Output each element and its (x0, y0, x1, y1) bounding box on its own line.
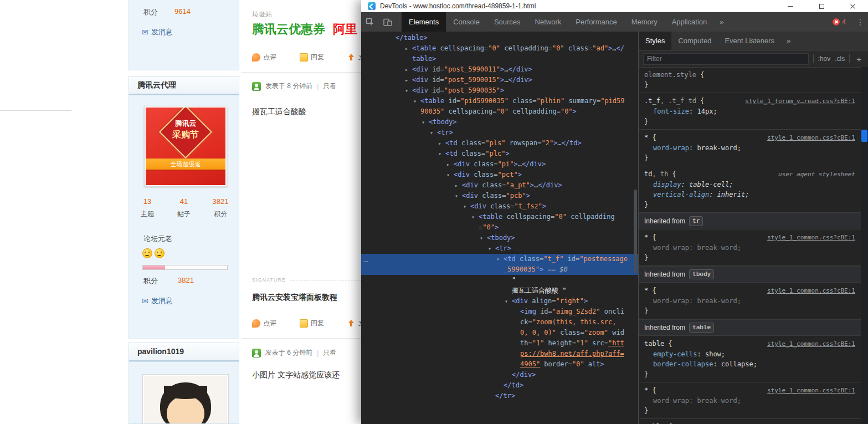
dom-tree-row[interactable]: ▸<div class="pi">…</div> (361, 159, 638, 170)
inherited-node-chip[interactable]: table (689, 323, 714, 333)
dom-tree-row[interactable]: </td> (361, 380, 638, 391)
css-property[interactable]: word-wrap: break-word; (639, 396, 861, 406)
device-toolbar-button[interactable] (379, 12, 397, 32)
promo-image[interactable]: 腾讯云 采购节 全场超级返 (144, 106, 227, 187)
dom-tree-row[interactable]: " (361, 275, 638, 285)
expand-arrow-open-icon[interactable]: ▾ (496, 254, 500, 264)
dom-tree-row[interactable]: ▸<div id="post_5990011">…</div> (361, 64, 638, 75)
elements-scrollbar-thumb[interactable] (634, 190, 637, 273)
tab-performance[interactable]: Performance (568, 12, 624, 32)
css-selector-line[interactable]: * {style_1_common.css?cBE:1 (639, 232, 861, 243)
expand-arrow-open-icon[interactable]: ▾ (471, 212, 475, 222)
minimize-button[interactable] (775, 0, 806, 12)
css-property[interactable]: word-wrap: break-word; (639, 243, 861, 253)
stylesheet-link[interactable]: style_1_common.css?cBE:1 (761, 233, 855, 243)
pseudo-state-toggle[interactable]: :hov (818, 55, 831, 63)
expand-arrow-open-icon[interactable]: ▾ (405, 85, 408, 96)
more-sidebar-tabs-button[interactable]: » (782, 32, 795, 50)
css-property[interactable]: vertical-align: inherit; (639, 190, 861, 200)
css-selector-line[interactable]: * {style_1_common.css?cBE:1 (639, 285, 861, 296)
dom-tree-row[interactable]: ▾<div align="right"> (361, 296, 638, 306)
inspect-element-button[interactable] (361, 12, 379, 32)
thread-category[interactable]: 垃圾站 (252, 10, 272, 19)
devtools-titlebar[interactable]: DevTools - www.hostloc.com/thread-489859… (361, 0, 868, 13)
expand-arrow-closed-icon[interactable]: ▸ (405, 43, 408, 54)
expand-arrow-closed-icon[interactable]: ▸ (446, 159, 450, 170)
expand-arrow-open-icon[interactable]: ▾ (413, 96, 417, 106)
dom-tree-row[interactable]: </table> (361, 33, 638, 43)
css-property[interactable]: font-size: 14px; (639, 106, 861, 116)
styles-scrollbar[interactable] (861, 67, 868, 424)
member-name-header[interactable]: 腾讯云代理 (129, 76, 239, 95)
tab-network[interactable]: Network (528, 12, 569, 32)
dom-tree-row[interactable]: ▾<tr> (361, 127, 638, 138)
css-selector-line[interactable]: .t_f, .t_f td {style_1_forum_v…read.css?… (639, 96, 861, 106)
dom-tree-row[interactable]: ▾<table cellspacing="0" cellpadding="0"> (361, 212, 638, 233)
css-selector-line[interactable]: table {style_1_common.css?cBE:1 (639, 339, 861, 349)
maximize-button[interactable] (806, 0, 837, 12)
dom-tree-row[interactable]: ▾<div class="pcb"> (361, 191, 638, 201)
sidebar-tab-computed[interactable]: Computed (671, 32, 718, 50)
stat-item[interactable]: 3821积分 (202, 197, 239, 219)
view-author-link[interactable]: 只看 (323, 81, 336, 91)
expand-arrow-open-icon[interactable]: ▾ (455, 191, 458, 201)
tab-memory[interactable]: Memory (624, 12, 665, 32)
element-classes-toggle[interactable]: .cls (835, 55, 845, 63)
view-author-link[interactable]: 只看 (323, 348, 336, 357)
expand-arrow-closed-icon[interactable]: ▸ (455, 180, 458, 191)
expand-arrow-open-icon[interactable]: ▾ (480, 233, 483, 243)
tab-application[interactable]: Application (665, 12, 715, 32)
css-selector-line[interactable]: td, th {user agent stylesheet (639, 169, 861, 180)
dom-tree-row[interactable]: 搬瓦工适合酸酸 " (361, 285, 638, 296)
dom-tree-row[interactable]: ▾<tr> (361, 243, 638, 254)
dom-tree-row[interactable]: ▸<td class="pls" rowspan="2">…</td> (361, 138, 638, 149)
expand-arrow-open-icon[interactable]: ▾ (488, 243, 491, 254)
css-selector-line[interactable]: * {style_1_common.css?cBE:1 (639, 385, 861, 396)
css-property[interactable]: word-wrap: break-word; (639, 296, 861, 306)
error-badge[interactable]: 4 (833, 12, 846, 32)
sidebar-tab-styles[interactable]: Styles (639, 32, 671, 50)
stylesheet-link[interactable]: style_1_common.css?cBE:1 (761, 386, 855, 396)
dom-tree-row[interactable]: ▸<div class="a_pt">…</div> (361, 180, 638, 191)
new-style-rule-button[interactable]: + (854, 54, 864, 64)
expand-arrow-closed-icon[interactable]: ▸ (438, 138, 441, 149)
stylesheet-link[interactable]: style_1_forum_v…read.css?cBE:1 (738, 96, 855, 106)
css-property[interactable]: empty-cells: show; (639, 349, 861, 359)
dom-tree-row[interactable]: ▾<table id="pid5990035" class="plhin" su… (361, 96, 638, 117)
post-action-comment[interactable]: 点评 (252, 53, 276, 62)
expand-arrow-open-icon[interactable]: ▾ (430, 127, 433, 138)
inherited-node-chip[interactable]: tr (689, 216, 703, 226)
send-message-link[interactable]: ✉ 发消息 (142, 296, 173, 306)
css-property[interactable]: border-collapse: collapse; (639, 359, 861, 369)
avatar[interactable] (142, 374, 229, 424)
dom-tree-row[interactable]: ▾<div class="t_fsz"> (361, 201, 638, 212)
member-name-header[interactable]: pavilion1019 (129, 343, 239, 361)
css-property[interactable]: word-wrap: break-word; (639, 143, 861, 153)
dom-tree-row[interactable]: ▸<div id="post_5990015">…</div> (361, 75, 638, 85)
tab-console[interactable]: Console (446, 12, 487, 32)
dom-tree-row[interactable]: ▾<tbody> (361, 117, 638, 127)
dom-tree-row[interactable]: ▾<td class="plc"> (361, 149, 638, 159)
inherited-node-chip[interactable]: tbody (689, 269, 714, 279)
stylesheet-link[interactable]: style_1_common.css?cBE:1 (761, 286, 855, 296)
dom-tree-row[interactable]: <img id="aimg_SZsd2" onclick="zoom(this,… (361, 306, 638, 370)
expand-arrow-open-icon[interactable]: ▾ (422, 117, 425, 127)
expand-arrow-open-icon[interactable]: ▾ (438, 149, 441, 159)
post-action-comment[interactable]: 点评 (252, 319, 276, 328)
stylesheet-link[interactable]: style_1_common.css?cBE:1 (761, 339, 855, 349)
expand-arrow-closed-icon[interactable]: ▸ (405, 75, 408, 85)
tab-elements[interactable]: Elements (402, 12, 446, 32)
dom-tree-row[interactable]: </tr> (361, 391, 638, 401)
styles-filter-input[interactable] (643, 53, 809, 65)
css-selector-line[interactable]: table {user agent stylesheet (639, 422, 861, 424)
stat-item[interactable]: 13主题 (129, 197, 166, 219)
post-action-reply[interactable]: 回复 (300, 319, 324, 328)
dom-tree-row[interactable]: ▾<div id="post_5990035"> (361, 85, 638, 96)
send-message-link[interactable]: ✉ 发消息 (142, 27, 173, 37)
dom-tree-row[interactable]: ▾<div class="pct"> (361, 170, 638, 180)
more-tabs-button[interactable]: » (714, 12, 729, 32)
post-action-reply[interactable]: 回复 (300, 53, 324, 62)
stylesheet-link[interactable]: style_1_common.css?cBE:1 (761, 133, 855, 143)
dom-tree-row[interactable]: ▾<td class="t_f" id="postmessage_5990035… (361, 254, 638, 275)
css-selector-line[interactable]: element.style { (639, 70, 861, 80)
